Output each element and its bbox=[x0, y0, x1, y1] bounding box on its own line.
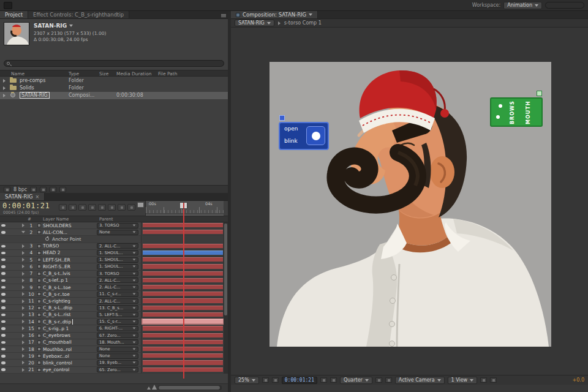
tab-effect-controls[interactable]: Effect Controls: C_B_s-righthandtip bbox=[28, 11, 129, 18]
layer-name-cell[interactable]: C_eyebrows bbox=[42, 333, 97, 338]
layer-row[interactable]: 8 C_s-lef..p 1 2. ALL-C... bbox=[0, 277, 224, 284]
expand-arrow-icon[interactable] bbox=[22, 279, 24, 282]
eye-icon[interactable] bbox=[1, 224, 6, 227]
visibility-column[interactable] bbox=[0, 238, 7, 241]
resolution-dropdown[interactable]: Quarter bbox=[340, 377, 372, 384]
tool-icon[interactable] bbox=[93, 1, 103, 10]
label-column[interactable] bbox=[36, 292, 42, 296]
fast-preview-icon[interactable] bbox=[490, 377, 497, 383]
parent-cell[interactable]: 3. TORSO bbox=[97, 271, 141, 276]
layer-name[interactable]: C_B_s-L..dtip bbox=[42, 305, 74, 311]
layer-row[interactable]: 19 Eyeboxc..ol None bbox=[0, 353, 224, 360]
preview-timecode[interactable]: 0:00:01:21 bbox=[282, 377, 317, 384]
delete-icon[interactable] bbox=[59, 187, 66, 192]
layer-name-cell[interactable]: C_s-lef..p 1 bbox=[42, 277, 97, 283]
label-column[interactable] bbox=[36, 326, 42, 330]
layer-track[interactable] bbox=[141, 298, 224, 304]
layer-name-cell[interactable]: C_B_s-r..toe bbox=[42, 292, 97, 297]
camera-dropdown[interactable]: Active Camera bbox=[395, 377, 445, 384]
expand-arrow-icon[interactable] bbox=[22, 361, 24, 364]
panel-menu-icon[interactable] bbox=[219, 12, 228, 18]
visibility-column[interactable] bbox=[0, 224, 7, 227]
layer-row[interactable]: 13 C_B_s-L..rist 5. LEFT-S... bbox=[0, 312, 224, 318]
parent-cell[interactable]: 65. Zero... bbox=[97, 367, 141, 372]
layer-color-chip[interactable] bbox=[37, 265, 41, 268]
layer-color-chip[interactable] bbox=[37, 347, 41, 351]
visibility-column[interactable] bbox=[0, 300, 7, 303]
tab-project[interactable]: Project bbox=[0, 11, 28, 18]
eye-icon[interactable] bbox=[1, 341, 6, 344]
layer-color-chip[interactable] bbox=[37, 224, 41, 227]
eye-icon[interactable] bbox=[1, 355, 6, 358]
layer-track[interactable] bbox=[141, 318, 224, 325]
visibility-column[interactable] bbox=[0, 306, 7, 309]
visibility-column[interactable] bbox=[0, 348, 7, 351]
tool-icon[interactable] bbox=[137, 1, 147, 10]
column-file-path[interactable]: File Path bbox=[158, 71, 177, 77]
eye-icon[interactable] bbox=[1, 258, 6, 262]
layer-name-cell[interactable]: C_B_s-t..lvis bbox=[42, 271, 97, 276]
parent-dropdown[interactable]: None bbox=[97, 347, 138, 352]
brows-mouth-control-overlay[interactable]: BROWS MOUTH bbox=[490, 97, 543, 127]
column-type[interactable]: Type bbox=[69, 71, 79, 77]
comp-mini-flowchart-button[interactable] bbox=[59, 204, 67, 211]
parent-cell[interactable]: 1. SHOUL... bbox=[97, 250, 141, 255]
eye-icon[interactable] bbox=[1, 245, 6, 248]
layer-name[interactable]: eye_control bbox=[42, 367, 70, 372]
tab-composition[interactable]: Composition: SATAN-RIG bbox=[231, 11, 318, 18]
expand-arrow-icon[interactable] bbox=[22, 258, 24, 262]
layer-row[interactable]: 21 eye_control 65. Zero... bbox=[0, 367, 224, 374]
parent-cell[interactable]: 2. ALL-C... bbox=[97, 243, 141, 249]
eye-icon[interactable] bbox=[1, 361, 6, 364]
expand-column[interactable] bbox=[20, 224, 26, 227]
timeline-horizontal-scrollbar[interactable] bbox=[158, 385, 222, 390]
parent-cell[interactable]: None bbox=[97, 353, 141, 359]
project-search-input[interactable] bbox=[4, 60, 224, 67]
parent-cell[interactable]: 2. ALL-C... bbox=[97, 277, 141, 283]
visibility-column[interactable] bbox=[0, 293, 7, 296]
label-column[interactable] bbox=[36, 361, 42, 364]
layer-name[interactable]: TORSO bbox=[42, 243, 60, 249]
draft-3d-button[interactable] bbox=[69, 204, 77, 211]
tool-icon[interactable] bbox=[27, 1, 37, 10]
parent-dropdown[interactable]: 6. RIGHT-... bbox=[97, 326, 138, 331]
breadcrumb-child[interactable]: s-torso Comp 1 bbox=[284, 20, 322, 26]
layer-name-cell[interactable]: LEFT-SH..ER bbox=[42, 257, 97, 263]
parent-dropdown[interactable]: 19. Eyeb... bbox=[97, 360, 138, 366]
layer-name-cell[interactable]: ALL-CON... bbox=[42, 230, 97, 235]
layer-name[interactable]: LEFT-SH..ER bbox=[42, 257, 72, 263]
scrollbar-thumb[interactable] bbox=[159, 386, 220, 390]
layer-color-chip[interactable] bbox=[37, 368, 41, 372]
timeline-vertical-scrollbar[interactable] bbox=[224, 222, 228, 374]
expand-arrow-icon[interactable] bbox=[21, 231, 25, 233]
parent-cell[interactable]: 1. SHOUL... bbox=[97, 264, 141, 270]
visibility-column[interactable] bbox=[0, 258, 7, 262]
layer-color-chip[interactable] bbox=[37, 334, 41, 337]
layer-track[interactable] bbox=[141, 250, 224, 256]
expand-arrow-icon[interactable] bbox=[22, 292, 24, 296]
expand-column[interactable] bbox=[20, 279, 26, 282]
region-of-interest-icon[interactable] bbox=[375, 377, 382, 383]
item-name[interactable]: Solids bbox=[20, 85, 34, 91]
show-snapshot-icon[interactable] bbox=[330, 377, 337, 383]
label-column[interactable] bbox=[36, 238, 42, 241]
parent-cell[interactable]: 13. C_B_s... bbox=[97, 305, 141, 311]
pixel-aspect-icon[interactable] bbox=[480, 377, 487, 383]
parent-cell[interactable]: 67. Zero... bbox=[97, 333, 141, 338]
expand-arrow-icon[interactable] bbox=[22, 224, 24, 227]
eye-icon[interactable] bbox=[1, 327, 6, 330]
layer-color-chip[interactable] bbox=[37, 361, 41, 364]
visibility-column[interactable] bbox=[0, 272, 7, 275]
layer-name-cell[interactable]: eye_control bbox=[42, 367, 97, 372]
expand-column[interactable] bbox=[20, 285, 26, 289]
layer-track[interactable] bbox=[141, 263, 224, 270]
layer-color-chip[interactable] bbox=[37, 313, 41, 317]
brainstorm-button[interactable] bbox=[108, 204, 116, 211]
column-name[interactable]: Name bbox=[11, 71, 24, 77]
label-column[interactable] bbox=[36, 306, 42, 310]
layer-color-chip[interactable] bbox=[37, 258, 41, 262]
layer-color-chip[interactable] bbox=[37, 300, 41, 303]
expand-arrow-icon[interactable] bbox=[22, 285, 24, 289]
workspace-dropdown[interactable]: Animation bbox=[503, 2, 542, 9]
expand-column[interactable] bbox=[20, 258, 26, 262]
